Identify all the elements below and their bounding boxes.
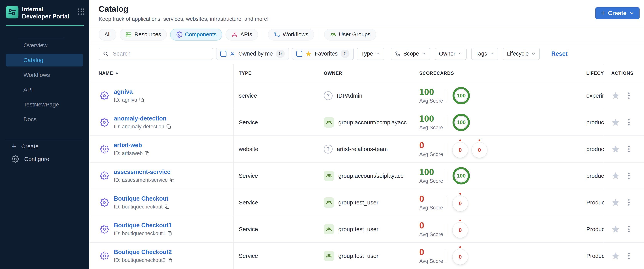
copy-icon[interactable] (139, 97, 144, 102)
tab-user-groups[interactable]: User Groups (324, 29, 376, 40)
copy-icon[interactable] (168, 258, 172, 263)
search-input[interactable] (98, 48, 213, 60)
type-cell: Service (233, 243, 319, 269)
score-divider (446, 196, 446, 209)
sidebar-item-api[interactable]: API (6, 83, 83, 96)
lifecycle-cell: production (584, 109, 604, 135)
tab-apis[interactable]: APIs (226, 29, 258, 40)
lifecycle-cell: Production (584, 243, 604, 269)
gear-icon (12, 155, 19, 163)
type-filter-dropdown[interactable]: Type (357, 48, 384, 60)
dropdown-label: Tags (476, 50, 487, 57)
tags-filter-dropdown[interactable]: Tags (471, 48, 498, 60)
create-button[interactable]: + Create (595, 7, 640, 19)
row-menu-icon[interactable] (627, 171, 631, 180)
owned-by-me-filter[interactable]: Owned by me 0 (216, 48, 289, 60)
type-cell: Service (233, 189, 319, 216)
component-gear-icon (100, 91, 109, 100)
dropdown-label: Type (361, 50, 373, 57)
owner-cell: ? group:test_user (319, 243, 414, 269)
favorite-star-icon[interactable] (611, 198, 620, 207)
id-row: ID: anomaly-detection (114, 124, 171, 130)
sidebar-item-overview[interactable]: Overview (6, 39, 83, 52)
scorecard-badge[interactable]: 0 (452, 223, 468, 238)
row-lifecycle: experimental (586, 92, 604, 99)
owner-filter-dropdown[interactable]: Owner (435, 48, 466, 60)
owned-by-me-checkbox[interactable] (220, 51, 226, 57)
row-menu-icon[interactable] (627, 145, 631, 153)
row-name-link[interactable]: Boutique Checkout (114, 195, 170, 202)
tab-all[interactable]: All (98, 29, 116, 40)
sidebar-create-button[interactable]: + Create (0, 140, 90, 153)
row-name-link[interactable]: Boutique Checkout2 (114, 249, 172, 256)
tab-components[interactable]: Components (170, 29, 222, 40)
column-header-owner[interactable]: OWNER (319, 64, 414, 82)
favorites-checkbox[interactable] (296, 51, 302, 57)
sidebar-item-testnewpage[interactable]: TestNewPage (6, 98, 83, 111)
score-divider (446, 223, 446, 235)
lifecycle-filter-dropdown[interactable]: Lifecycle (503, 48, 540, 60)
copy-icon[interactable] (168, 231, 172, 236)
owner-label: IDPAdmin (337, 92, 362, 99)
favorite-star-icon[interactable] (611, 225, 620, 234)
score-badges: 0 (452, 194, 468, 211)
sidebar-item-catalog[interactable]: Catalog (6, 54, 83, 66)
app-grid-icon[interactable] (78, 8, 84, 15)
favorite-star-icon[interactable] (611, 145, 620, 153)
owner-cell: ? group:account/ccmplayacc (319, 109, 414, 135)
sort-ascending-icon (115, 72, 118, 74)
scorecard-badge[interactable]: 0 (452, 196, 468, 211)
row-menu-icon[interactable] (627, 198, 631, 207)
favorite-star-icon[interactable] (611, 91, 620, 100)
page-subtitle: Keep track of applications, services, we… (98, 16, 644, 22)
avg-score-block: 0 Avg Score (419, 248, 440, 264)
row-menu-icon[interactable] (627, 252, 631, 260)
scorecard-badge[interactable]: 100 (452, 167, 470, 185)
name-block: anomaly-detection ID: anomaly-detection (114, 115, 171, 130)
scope-filter-dropdown[interactable]: Scope (391, 48, 430, 60)
copy-icon[interactable] (166, 124, 171, 129)
tab-resources[interactable]: Resources (120, 29, 167, 40)
row-name-link[interactable]: anomaly-detection (114, 115, 171, 122)
scorecard-badge[interactable]: 100 (452, 87, 470, 104)
copy-icon[interactable] (164, 204, 170, 209)
scorecard-badge[interactable]: 100 (452, 114, 470, 131)
column-header-lifecycle[interactable]: LIFECYCLE (584, 64, 604, 82)
favorite-star-icon[interactable] (611, 252, 620, 260)
name-cell: agniva ID: agniva (90, 82, 233, 109)
sidebar-item-workflows[interactable]: Workflows (6, 69, 83, 81)
plus-icon: + (12, 142, 16, 150)
tab-workflows[interactable]: Workflows (268, 29, 314, 40)
row-menu-icon[interactable] (627, 225, 631, 234)
component-gear-icon (100, 118, 109, 127)
avg-score-value: 100 (419, 167, 440, 177)
copy-icon[interactable] (144, 151, 150, 156)
scorecard-badge[interactable]: 0 (452, 142, 468, 158)
column-header-type[interactable]: TYPE (233, 64, 319, 82)
row-type: Service (239, 199, 258, 206)
favorite-star-icon[interactable] (611, 118, 620, 127)
row-name-link[interactable]: assessment-service (114, 169, 175, 175)
scorecard-badge[interactable]: 0 (452, 249, 468, 265)
row-menu-icon[interactable] (627, 91, 631, 100)
reset-filters-link[interactable]: Reset (551, 50, 568, 57)
row-name-link[interactable]: artist-web (114, 142, 150, 149)
sidebar-item-docs[interactable]: Docs (6, 113, 83, 126)
column-label: ACTIONS (611, 70, 634, 76)
favorite-star-icon[interactable] (611, 172, 620, 180)
scorecards-cell: 100 Avg Score 100 (414, 163, 584, 189)
row-lifecycle: Production (586, 226, 604, 233)
column-header-name[interactable]: NAME (90, 64, 233, 82)
row-name-link[interactable]: agniva (114, 88, 144, 95)
copy-icon[interactable] (170, 178, 175, 183)
column-header-scorecards[interactable]: SCORECARDS (414, 64, 584, 82)
sidebar-configure-button[interactable]: Configure (0, 153, 90, 165)
row-name-link[interactable]: Boutique Checkout1 (114, 222, 172, 229)
scorecard-badge[interactable]: 0 (472, 142, 487, 158)
row-id: ID: assessment-service (114, 177, 168, 183)
name-block: agniva ID: agniva (114, 88, 144, 103)
row-menu-icon[interactable] (627, 118, 631, 127)
row-id: ID: boutiquecheckout1 (114, 231, 166, 237)
score-badges: 0 (452, 221, 468, 238)
favorites-filter[interactable]: Favorites 0 (292, 48, 354, 60)
